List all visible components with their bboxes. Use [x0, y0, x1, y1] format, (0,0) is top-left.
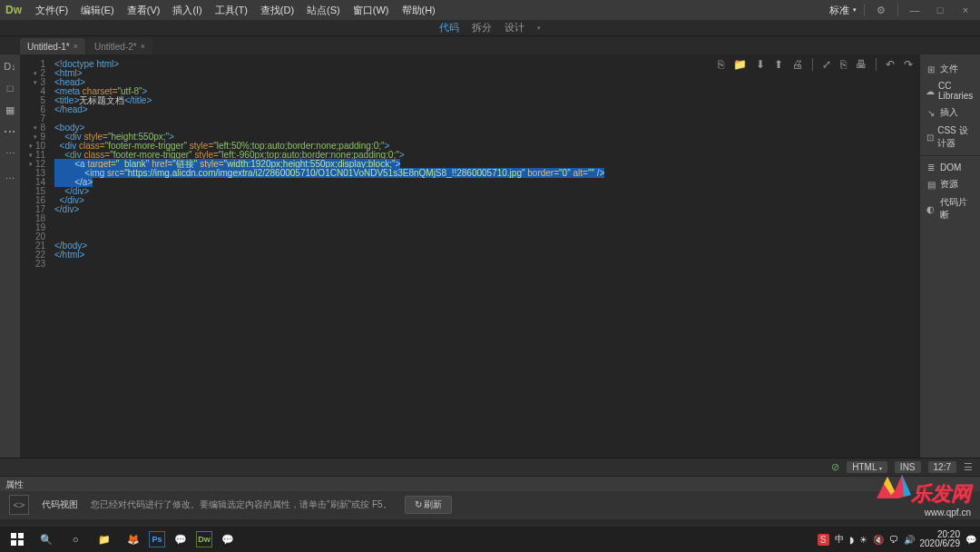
- cursor-position: 12:7: [928, 461, 956, 473]
- menu-help[interactable]: 帮助(H): [397, 2, 440, 19]
- panel-文件[interactable]: ⊞文件: [920, 60, 980, 78]
- tray-moon-icon[interactable]: ◗: [849, 535, 854, 545]
- view-code[interactable]: 代码: [439, 21, 459, 34]
- menu-window[interactable]: 窗口(W): [348, 2, 394, 19]
- toolbar-open-icon[interactable]: 📁: [733, 58, 747, 71]
- insert-mode[interactable]: INS: [895, 461, 921, 473]
- svg-rect-3: [11, 533, 16, 538]
- tool-icon-2[interactable]: □: [4, 82, 16, 94]
- tray-input-icon[interactable]: S: [818, 534, 829, 546]
- status-bar: ⊘ HTML ▾ INS 12:7 ☰: [0, 458, 980, 476]
- props-label: 代码视图: [42, 498, 78, 511]
- title-right: 标准 ▾ ⚙ — □ ×: [829, 3, 975, 17]
- tool-icon-5[interactable]: ⋯: [4, 147, 16, 160]
- tool-icon-1[interactable]: D↓: [4, 60, 16, 73]
- window-maximize-icon[interactable]: □: [931, 3, 949, 17]
- panel-代码片断[interactable]: ◐代码片断: [920, 193, 980, 224]
- tray-ime-icon[interactable]: 中: [835, 533, 844, 546]
- menu-tools[interactable]: 工具(T): [211, 2, 252, 19]
- toolbar-preview-icon[interactable]: 🖶: [856, 58, 867, 71]
- language-mode[interactable]: HTML ▾: [847, 461, 887, 473]
- toolbar-expand-icon[interactable]: ⤢: [822, 58, 831, 71]
- code-view-icon: <>: [9, 495, 29, 515]
- toolbar-file-icon[interactable]: ⎘: [718, 58, 724, 71]
- line-gutter: 1▾2▾34567▾8▾9▾10▾11▾12131415161718192021…: [20, 54, 51, 458]
- app-logo: Dw: [5, 4, 22, 16]
- tab-untitled-1[interactable]: Untitled-1*×: [20, 38, 85, 54]
- svg-rect-5: [11, 540, 16, 546]
- panel-DOM[interactable]: ≣DOM: [920, 159, 980, 175]
- properties-panel: 属性 <> 代码视图 您已经对代码进行了修改。要编辑选定内容的属性，请单击"刷新…: [0, 476, 980, 519]
- svg-rect-6: [18, 540, 24, 546]
- menu-view[interactable]: 查看(V): [122, 2, 165, 19]
- toolbar-download-icon[interactable]: ⬇: [756, 58, 765, 71]
- menu-edit[interactable]: 编辑(E): [76, 2, 119, 19]
- tray-brightness-icon[interactable]: ☀: [859, 535, 867, 545]
- close-icon[interactable]: ×: [141, 42, 145, 51]
- tray-chat-icon[interactable]: 🗩: [889, 535, 898, 545]
- window-minimize-icon[interactable]: —: [906, 3, 924, 17]
- right-panel: ⊞文件☁CC Libraries↘插入⊡CSS 设计器≣DOM▤资源◐代码片断: [920, 54, 980, 458]
- error-indicator-icon[interactable]: ⊘: [831, 461, 839, 473]
- editor-toolbar: ⎘ 📁 ⬇ ⬆ 🖨 ⤢ ⎘ 🖶 ↶ ↷: [718, 58, 913, 71]
- menu-insert[interactable]: 插入(I): [168, 2, 206, 19]
- menu-site[interactable]: 站点(S): [302, 2, 345, 19]
- panel-menu-icon[interactable]: ☰: [964, 461, 973, 473]
- tool-icon-4[interactable]: ⋮: [4, 125, 16, 138]
- tool-icon-6[interactable]: …: [4, 169, 16, 182]
- view-switcher: 代码 拆分 设计 ▾: [0, 20, 980, 36]
- notification-icon[interactable]: 💬: [965, 535, 976, 545]
- settings-icon[interactable]: ⚙: [872, 3, 890, 17]
- left-toolbar: D↓ □ ▦ ⋮ ⋯ …: [0, 54, 20, 458]
- search-icon[interactable]: 🔍: [33, 527, 60, 552]
- code-content[interactable]: <!doctype html><html><head><meta charset…: [51, 54, 920, 458]
- tray-volume-icon[interactable]: 🔊: [904, 535, 915, 545]
- menu-bar: Dw 文件(F) 编辑(E) 查看(V) 插入(I) 工具(T) 查找(D) 站…: [5, 2, 440, 19]
- wechat-icon[interactable]: 💬: [214, 527, 241, 552]
- toolbar-redo-icon[interactable]: ↷: [904, 58, 913, 71]
- panel-CC Libraries[interactable]: ☁CC Libraries: [920, 78, 980, 104]
- code-editor[interactable]: ⎘ 📁 ⬇ ⬆ 🖨 ⤢ ⎘ 🖶 ↶ ↷ 1▾2▾34567▾8▾9▾10▾11▾…: [20, 54, 920, 458]
- props-desc: 您已经对代码进行了修改。要编辑选定内容的属性，请单击"刷新"或按 F5。: [91, 498, 392, 511]
- close-icon[interactable]: ×: [74, 42, 78, 51]
- menu-file[interactable]: 文件(F): [31, 2, 73, 19]
- explorer-icon[interactable]: 📁: [91, 527, 118, 552]
- title-bar: Dw 文件(F) 编辑(E) 查看(V) 插入(I) 工具(T) 查找(D) 站…: [0, 0, 980, 20]
- document-tabs: Untitled-1*× Untitled-2*×: [0, 36, 980, 54]
- workspace-switcher[interactable]: 标准 ▾: [829, 4, 857, 17]
- view-split[interactable]: 拆分: [472, 21, 492, 34]
- view-design[interactable]: 设计: [505, 21, 524, 34]
- panel-插入[interactable]: ↘插入: [920, 104, 980, 122]
- toolbar-copy-icon[interactable]: ⎘: [840, 58, 847, 71]
- window-close-icon[interactable]: ×: [956, 3, 975, 17]
- chat-icon[interactable]: 💬: [167, 527, 194, 552]
- taskbar-clock[interactable]: 20:20 2020/6/29: [920, 530, 961, 548]
- tab-untitled-2[interactable]: Untitled-2*×: [87, 38, 152, 54]
- menu-find[interactable]: 查找(D): [256, 2, 299, 19]
- panel-资源[interactable]: ▤资源: [920, 175, 980, 193]
- toolbar-undo-icon[interactable]: ↶: [886, 58, 895, 71]
- refresh-button[interactable]: ↻ 刷新: [405, 496, 453, 514]
- main-area: D↓ □ ▦ ⋮ ⋯ … ⎘ 📁 ⬇ ⬆ 🖨 ⤢ ⎘ 🖶 ↶ ↷ 1▾2▾345…: [0, 54, 980, 458]
- cortana-icon[interactable]: ○: [62, 527, 89, 552]
- toolbar-print-icon[interactable]: 🖨: [792, 58, 803, 71]
- svg-rect-4: [18, 533, 24, 538]
- properties-title: 属性: [0, 477, 980, 491]
- dreamweaver-icon[interactable]: Dw: [196, 531, 212, 547]
- panel-CSS 设计器[interactable]: ⊡CSS 设计器: [920, 122, 980, 153]
- photoshop-icon[interactable]: Ps: [149, 531, 165, 547]
- toolbar-upload-icon[interactable]: ⬆: [774, 58, 783, 71]
- firefox-icon[interactable]: 🦊: [120, 527, 147, 552]
- start-button[interactable]: [4, 527, 31, 552]
- tool-icon-3[interactable]: ▦: [4, 104, 16, 116]
- tray-mute-icon[interactable]: 🔇: [873, 535, 884, 545]
- windows-taskbar: 🔍 ○ 📁 🦊 Ps 💬 Dw 💬 S 中 ◗ ☀ 🔇 🗩 🔊 20:20 20…: [0, 527, 980, 552]
